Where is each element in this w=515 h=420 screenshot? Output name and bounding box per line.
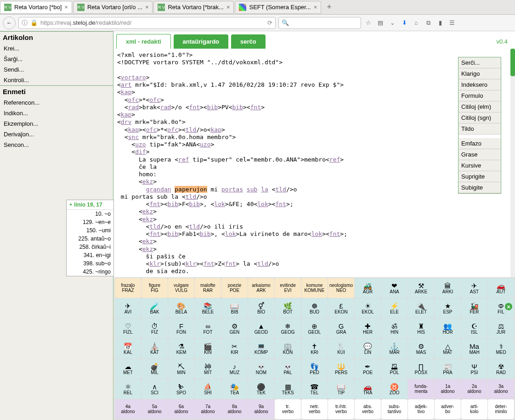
browser-tab[interactable]: R VReta Vortaro [*brak...× <box>153 1 234 14</box>
reload-icon[interactable]: ⟳ <box>267 19 272 26</box>
grid-cell-fot[interactable]: ∞FOT <box>195 319 221 338</box>
browser-tab[interactable]: R VReta Vortaro [*bo]× <box>0 1 72 14</box>
popup-item[interactable]: 258. ĉirkaŭ~i <box>67 243 113 251</box>
grid-cell-arke[interactable]: ⚒ARKE <box>408 278 434 298</box>
url-bar[interactable]: ⓘ 🔒 https://revaj.steloj.de/redaktilo/re… <box>18 17 276 29</box>
right-panel-item[interactable]: Citiloj (sgn) <box>458 112 501 123</box>
grid-cell-aldono[interactable]: 1aaldono <box>435 379 461 399</box>
grid-cell-sci[interactable]: ∧SCI <box>141 379 168 399</box>
grid-cell-fon[interactable]: FFON <box>168 319 194 338</box>
grid-cell-shi[interactable]: ⛵SHI <box>195 379 221 399</box>
tab-serco[interactable]: serĉo <box>231 34 266 49</box>
tab-xml-redakti[interactable]: xml - redakti <box>116 34 171 49</box>
grid-cell-verbo[interactable]: netr.verbo <box>301 399 328 419</box>
grid-cell-hin[interactable]: ॐHIN <box>381 319 407 338</box>
grid-cell-ana[interactable]: ❤ANA <box>381 278 407 298</box>
grid-cell-aldono[interactable]: 2aaldono <box>461 379 487 399</box>
tab-antaurigardo[interactable]: antaŭrigardo <box>174 34 228 49</box>
grid-cell-ark[interactable]: arkaismoARK <box>248 278 274 298</box>
grid-cell-rar[interactable]: malofteRAR <box>195 278 221 298</box>
grid-cell-met[interactable]: ☁MET <box>115 359 141 379</box>
grid-cell-kri[interactable]: ✝KRI <box>301 339 328 358</box>
grid-cell-minilo[interactable]: deter-minilo <box>488 399 514 419</box>
grid-cell-gra[interactable]: GGRA <box>328 319 354 338</box>
grid-cell-poe[interactable]: ✒POE <box>355 359 381 379</box>
grid-cell-aldono[interactable]: 5aaldono <box>141 399 168 419</box>
grid-cell-fizl[interactable]: ♡FIZL <box>115 319 141 338</box>
popup-item[interactable]: 225. antaŭ~o <box>67 235 113 243</box>
grid-cell-jur[interactable]: ⚖JUR <box>488 319 514 338</box>
search-bar[interactable]: 🔍 <box>278 17 361 29</box>
tab-close-icon[interactable]: × <box>64 4 68 11</box>
window-icon[interactable]: ⧉ <box>424 19 433 27</box>
grid-cell-pol[interactable]: 🗳POL <box>381 359 407 379</box>
grid-cell-bib[interactable]: 📖BIB <box>221 298 248 318</box>
grid-cell-tra[interactable]: 🚗TRA <box>355 379 381 399</box>
grid-cell-bela[interactable]: 🎨BELA <box>168 298 194 318</box>
grid-cell-bio[interactable]: ⚥BIO <box>248 298 274 318</box>
scrollbar-thumb[interactable] <box>510 49 515 76</box>
sidebar-item[interactable]: Indikon... <box>0 108 113 118</box>
grid-cell-pers[interactable]: 🔱PERS <box>328 359 354 379</box>
back-button[interactable]: ← <box>3 17 16 29</box>
right-panel-item[interactable]: Tildo <box>458 123 501 134</box>
grid-close-button[interactable]: × <box>505 303 512 310</box>
grid-cell-aldono[interactable]: 9aaldono <box>248 399 274 419</box>
grid-cell-fig[interactable]: figureFIG <box>141 278 168 298</box>
grid-cell-bot[interactable]: 🌿BOT <box>275 298 301 318</box>
tab-close-icon[interactable]: × <box>226 4 230 11</box>
archive-icon[interactable]: ▤ <box>376 19 385 26</box>
search-input[interactable] <box>289 19 358 26</box>
grid-cell-mit[interactable]: 神MIT <box>195 359 221 379</box>
sidebar-item[interactable]: Ŝarĝi... <box>0 54 113 64</box>
grid-cell-tel[interactable]: ☎TEL <box>301 379 328 399</box>
browser-tab[interactable]: R VReta Vortaro [orl/o ...× <box>73 1 153 14</box>
grid-cell-kal[interactable]: 📅KAL <box>115 339 141 358</box>
grid-cell-hor[interactable]: 👥HOR <box>435 319 461 338</box>
grid-cell-lin[interactable]: 💬LIN <box>355 339 381 358</box>
grid-cell-her[interactable]: ✚HER <box>355 319 381 338</box>
grid-cell-evi[interactable]: evitindeEVI <box>275 278 301 298</box>
star-icon[interactable]: ☆ <box>364 19 373 26</box>
grid-cell-kin[interactable]: 🎬KIN <box>195 339 221 358</box>
grid-cell-rel[interactable]: ⚛REL <box>115 379 141 399</box>
grid-cell-kir[interactable]: ✂KIR <box>221 339 248 358</box>
right-panel-item[interactable]: Klarigo <box>458 68 501 79</box>
grid-cell-tip[interactable]: 📖TIP <box>328 379 354 399</box>
sidebar-item[interactable]: Referencon... <box>0 97 113 108</box>
grid-cell-avi[interactable]: ✈AVI <box>115 298 141 318</box>
grid-cell-esp[interactable]: ★ESP <box>435 298 461 318</box>
grid-cell-kui[interactable]: 🍴KUI <box>328 339 354 358</box>
tab-close-icon[interactable]: × <box>145 4 149 11</box>
grid-cell-nom[interactable]: 💀NOM <box>248 359 274 379</box>
grid-cell-kolo[interactable]: arti-kolo <box>461 399 487 419</box>
grid-cell-aldono[interactable]: 4aaldono <box>115 399 141 419</box>
right-panel-item[interactable]: Citiloj (elm) <box>458 101 501 112</box>
grid-cell-agr[interactable]: 🚜AGR <box>355 278 381 298</box>
grid-cell-ast[interactable]: ✈AST <box>461 278 487 298</box>
grid-cell-verbo[interactable]: abs.verbo <box>355 399 381 419</box>
download-icon[interactable]: ⬇ <box>400 19 409 26</box>
grid-cell-tea[interactable]: 🎭TEA <box>221 379 248 399</box>
grid-cell-vulg[interactable]: vulgareVULG <box>168 278 194 298</box>
grid-cell-aldono[interactable]: 6aaldono <box>168 399 194 419</box>
popup-item[interactable]: 10. ~o <box>67 210 113 218</box>
grid-cell-pra[interactable]: 📰PRA <box>435 359 461 379</box>
grid-cell-verbo[interactable]: tr./ntr.verbo <box>328 399 354 419</box>
right-panel-item[interactable]: Suprigite <box>458 171 501 182</box>
grid-cell-aldono[interactable]: 8aaldono <box>221 399 248 419</box>
sidebar-item[interactable]: Sencon... <box>0 140 113 150</box>
grid-cell-gen[interactable]: ⚙GEN <box>221 319 248 338</box>
grid-cell-mar[interactable]: ⚓MAR <box>381 339 407 358</box>
popup-item[interactable]: 341. en~igi <box>67 251 113 259</box>
grid-cell-tantivo[interactable]: subs-tantivo <box>381 399 407 419</box>
grid-cell-geog[interactable]: ❄GEOG <box>275 319 301 338</box>
grid-cell-fraz[interactable]: frazaĵoFRAZ <box>115 278 141 298</box>
sidebar-item[interactable]: Sendi... <box>0 64 113 75</box>
popup-item[interactable]: 425. ~ringo <box>67 268 113 276</box>
grid-cell-tek[interactable]: ⚫TEK <box>248 379 274 399</box>
grid-cell-arki[interactable]: 🏛ARKI <box>435 278 461 298</box>
book-icon[interactable]: ▮ <box>436 19 445 26</box>
grid-cell-poe[interactable]: poeziePOE <box>221 278 248 298</box>
grid-cell-pal[interactable]: 💀PAL <box>275 359 301 379</box>
